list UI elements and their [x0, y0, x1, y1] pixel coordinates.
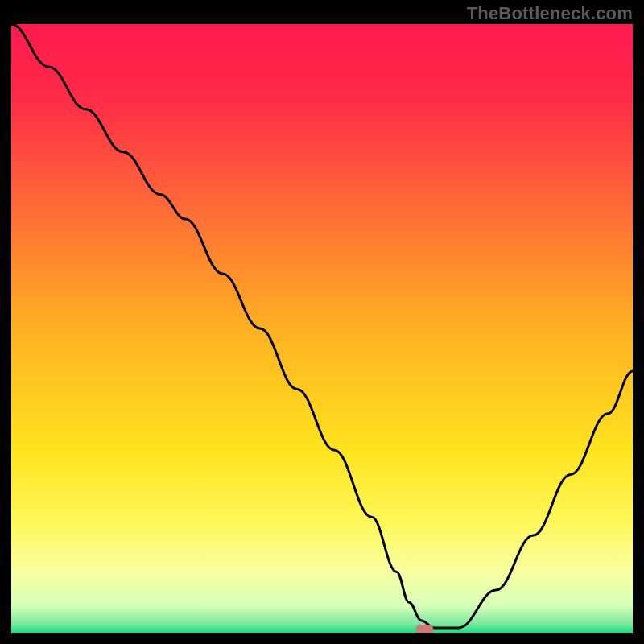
chart-svg [11, 24, 633, 633]
plot-area [11, 24, 633, 633]
gradient-background [11, 24, 633, 633]
watermark-text: TheBottleneck.com [467, 3, 633, 24]
optimal-marker [415, 625, 433, 633]
chart-frame: TheBottleneck.com [0, 0, 644, 644]
